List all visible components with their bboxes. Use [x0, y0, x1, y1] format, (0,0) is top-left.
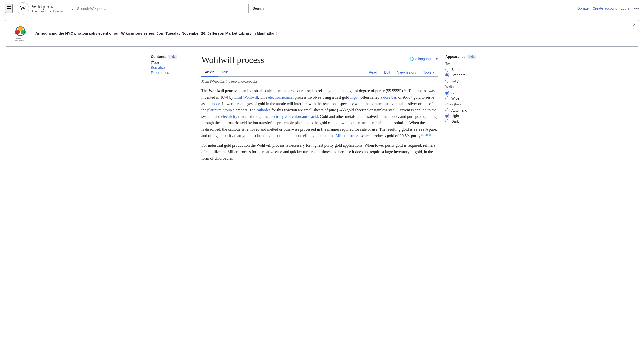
color-dark-option[interactable]: Dark [445, 119, 493, 123]
search-button[interactable]: Search [248, 4, 268, 13]
width-standard-radio[interactable] [445, 91, 449, 95]
text-size-options: Small Standard Large [445, 68, 493, 83]
tab-edit[interactable]: Edit [381, 68, 394, 76]
banner-announcement-text: Announcing the NYC photography event of … [35, 31, 277, 35]
width-wide-label: Wide [451, 96, 459, 100]
tab-article[interactable]: Article [201, 68, 218, 77]
site-header: ☰ W Wikipedia The Free Encyclopedia Sear… [0, 0, 644, 17]
article-p1-e: , often called a [358, 95, 383, 99]
tools-dropdown[interactable]: Tools ▾ [420, 68, 438, 76]
language-count[interactable]: 3 languages [415, 57, 434, 61]
more-options-icon[interactable]: ••• [634, 6, 639, 11]
article-tabs: Article Talk Read Edit View history Tool… [201, 68, 438, 77]
width-options: Standard Wide [445, 91, 493, 100]
text-standard-radio[interactable] [445, 73, 449, 77]
header-nav: Donate Create account Log in ••• [577, 6, 639, 11]
link-dore-bar[interactable]: doré bar [383, 95, 396, 99]
text-large-radio[interactable] [445, 79, 449, 83]
link-electricity[interactable]: electricity [221, 114, 237, 119]
color-automatic-radio[interactable] [445, 108, 449, 112]
color-light-label: Light [451, 114, 459, 118]
width-wide-radio[interactable] [445, 96, 449, 100]
color-automatic-option[interactable]: Automatic [445, 108, 493, 112]
text-standard-option[interactable]: Standard [445, 73, 493, 77]
width-standard-option[interactable]: Standard [445, 91, 493, 95]
toc-item-top[interactable]: (Top) [151, 61, 196, 65]
donate-link[interactable]: Donate [577, 6, 589, 10]
link-platinum-group[interactable]: platinum group [207, 108, 232, 112]
toc-item-references[interactable]: References [151, 71, 196, 75]
article-source-note: From Wikipedia, the free encyclopedia [201, 80, 438, 83]
search-form: Search [67, 4, 268, 13]
article-p1-m: method, the [314, 134, 336, 138]
text-small-option[interactable]: Small [445, 68, 493, 72]
toc-list: (Top) See also References [151, 61, 196, 75]
table-of-contents: Contents hide (Top) See also References [151, 50, 201, 169]
toc-see-also-link[interactable]: See also [151, 66, 165, 70]
link-electrochemical[interactable]: electrochemical [268, 95, 294, 99]
toc-header: Contents hide [151, 55, 196, 59]
color-dark-radio[interactable] [445, 119, 449, 123]
article-paragraph-1: The Wohlwill process is an industrial-sc… [201, 87, 438, 139]
link-cathodes[interactable]: cathodes [256, 108, 270, 112]
article-title: Wohlwill process [201, 55, 264, 65]
site-tagline: The Free Encyclopedia [32, 10, 63, 13]
ref-1a[interactable]: [1] [404, 88, 407, 91]
link-chloroauric-acid[interactable]: chloroauric acid [292, 114, 318, 119]
link-miller-process[interactable]: Miller process [336, 134, 359, 138]
link-emil-wohlwill[interactable]: Emil Wohlwill [234, 95, 258, 99]
article-body: The Wohlwill process is an industrial-sc… [201, 87, 438, 161]
menu-icon[interactable]: ☰ [5, 4, 13, 13]
color-automatic-label: Automatic [451, 108, 467, 112]
tab-read[interactable]: Read [365, 68, 381, 76]
language-selector[interactable]: 🌐 3 languages ▾ [409, 57, 438, 61]
appearance-title: Appearance [445, 55, 465, 59]
article-term-bold: Wohlwill process [209, 88, 238, 93]
color-label: Color (beta) [445, 102, 493, 107]
ref-1b[interactable]: [1] [421, 133, 425, 136]
ref-3[interactable]: [3] [428, 133, 431, 136]
ref-2[interactable]: [2] [425, 133, 428, 136]
link-anode[interactable]: anode [210, 102, 220, 106]
text-small-label: Small [451, 68, 460, 72]
article-intro: The [201, 88, 209, 93]
link-ingot[interactable]: ingot [350, 95, 358, 99]
link-gold[interactable]: gold [328, 88, 335, 93]
svg-text:W: W [20, 4, 26, 12]
color-light-radio[interactable] [445, 114, 449, 118]
tab-view-history[interactable]: View history [394, 68, 420, 76]
toc-item-see-also[interactable]: See also [151, 66, 196, 70]
svg-point-3 [70, 7, 72, 9]
site-name: Wikipedia [32, 4, 63, 10]
search-icon [67, 4, 76, 13]
article-p1-n: , which produces gold of 99.5% purity.[1… [359, 134, 431, 138]
svg-text:WIKIMEDIA: WIKIMEDIA [16, 38, 24, 39]
color-light-option[interactable]: Light [445, 114, 493, 118]
article-tabs-left: Article Talk [201, 68, 365, 76]
login-link[interactable]: Log in [621, 6, 630, 10]
svg-text:🌐: 🌐 [410, 57, 414, 61]
article-paragraph-2: For industrial gold production the Wohlw… [201, 142, 438, 161]
translate-icon: 🌐 [409, 57, 414, 61]
banner-close-button[interactable]: × [633, 22, 636, 27]
text-large-option[interactable]: Large [445, 79, 493, 83]
search-input[interactable] [76, 4, 248, 13]
link-refining[interactable]: refining [302, 134, 314, 138]
page-layout: Contents hide (Top) See also References … [146, 50, 498, 169]
announcement-banner: WIKIMEDIA NEW YORK CITY Announcing the N… [5, 20, 639, 47]
toc-references-link[interactable]: References [151, 71, 169, 75]
text-standard-label: Standard [451, 73, 466, 77]
svg-text:NEW YORK CITY: NEW YORK CITY [15, 40, 26, 41]
width-wide-option[interactable]: Wide [445, 96, 493, 100]
width-standard-label: Standard [451, 91, 466, 95]
site-logo[interactable]: W Wikipedia The Free Encyclopedia [17, 2, 63, 15]
appearance-header: Appearance hide [445, 55, 493, 59]
article-p1-c: . This [258, 95, 268, 99]
appearance-hide-button[interactable]: hide [467, 55, 476, 59]
create-account-link[interactable]: Create account [593, 6, 617, 10]
tab-talk[interactable]: Talk [218, 68, 231, 77]
svg-line-4 [72, 9, 73, 10]
text-small-radio[interactable] [445, 68, 449, 72]
link-electrolyte[interactable]: electrolyte [269, 114, 287, 119]
toc-hide-button[interactable]: hide [168, 55, 177, 59]
